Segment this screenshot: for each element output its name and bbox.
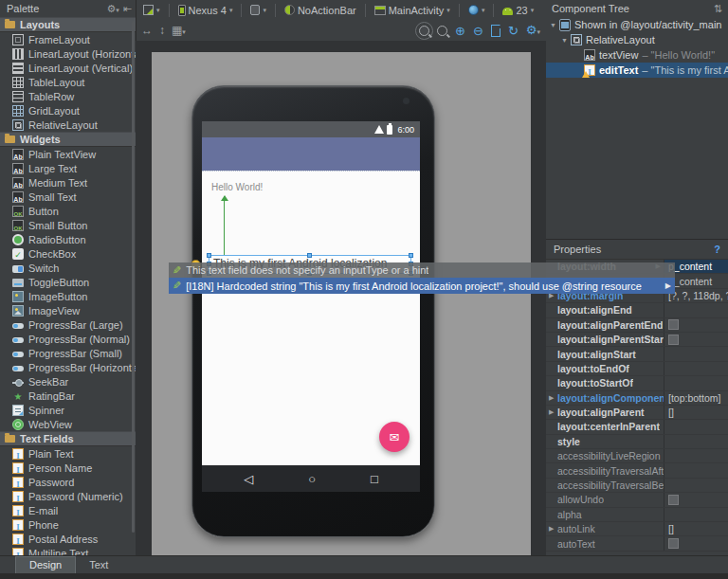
theme-selector-button[interactable]: NoActionBar (282, 4, 358, 17)
property-name-cell[interactable]: autoText (546, 536, 664, 550)
device-selector-button[interactable]: Nexus 4▾ (176, 4, 235, 17)
property-name-cell[interactable]: layout:centerInParent (546, 420, 664, 433)
fab-button[interactable]: ✉ (379, 422, 410, 452)
chevron-down-icon[interactable]: ▼ (561, 37, 571, 44)
property-value-cell[interactable] (664, 333, 728, 346)
property-name-cell[interactable]: layout:alignParentEnd (546, 318, 664, 332)
property-row[interactable]: autoText (546, 536, 728, 551)
property-row[interactable]: layout:alignParent [] (546, 406, 728, 420)
property-value-cell[interactable]: [] (664, 522, 728, 535)
zoom-in-icon[interactable]: ⊕ (455, 25, 465, 37)
checkbox[interactable] (668, 335, 679, 345)
api-selector-button[interactable]: 23▾ (500, 4, 536, 17)
tree-item[interactable]: ▼ textView – "Hello World!" (546, 47, 728, 63)
property-value-cell[interactable] (664, 449, 728, 462)
textview-widget[interactable]: Hello World! (211, 182, 263, 192)
property-name-cell[interactable]: layout:alignParent (546, 406, 664, 419)
expand-horizontal-icon[interactable]: ↔ (141, 24, 153, 37)
palette-item[interactable]: ProgressBar (Horizonta (0, 360, 136, 374)
palette-item[interactable]: ImageView (0, 303, 136, 317)
expand-collapse-icon[interactable]: ⇅ (714, 3, 722, 15)
palette-item[interactable]: CheckBox (0, 246, 136, 261)
expand-vertical-icon[interactable]: ↕ (159, 24, 165, 37)
refresh-icon[interactable]: ↻ (508, 25, 519, 37)
design-canvas[interactable]: 6:00 Hello World! This is my first Andro… (136, 41, 546, 555)
checkbox[interactable] (668, 495, 679, 505)
tree-item[interactable]: ▼ Shown in @layout/activity_main (546, 17, 728, 32)
property-name-cell[interactable]: style (546, 435, 664, 448)
palette-item[interactable]: ImageButton (0, 289, 136, 303)
palette-item[interactable]: Medium Text (0, 175, 136, 190)
property-name-cell[interactable]: layout:alignParentStart (546, 333, 664, 346)
palette-item[interactable]: Multiline Text (0, 546, 136, 555)
property-row[interactable]: accessibilityTraversalAfter (546, 463, 728, 478)
palette-item[interactable]: Small Button (0, 218, 136, 232)
resize-handle[interactable] (207, 253, 211, 258)
property-value-cell[interactable] (664, 303, 728, 317)
palette-item[interactable]: Plain Text (0, 446, 136, 461)
property-row[interactable]: layout:toEndOf (546, 362, 728, 376)
lint-i18n-row-selected[interactable]: ✎ [I18N] Hardcoded string "This is my fi… (169, 278, 675, 294)
lint-warning-row[interactable]: ✎ This text field does not specify an in… (169, 262, 675, 278)
activity-selector-button[interactable]: MainActivity▾ (373, 4, 452, 17)
palette-item[interactable]: Large Text (0, 161, 136, 175)
property-value-cell[interactable]: [top:bottom] (664, 391, 728, 405)
property-name-cell[interactable]: layout:alignComponent (546, 391, 664, 405)
palette-item[interactable]: ProgressBar (Normal) (0, 332, 136, 346)
property-name-cell[interactable]: layout:toStartOf (546, 376, 664, 389)
palette-item[interactable]: Postal Address (0, 532, 136, 546)
palette-item[interactable]: GridLayout (0, 103, 136, 118)
property-value-cell[interactable] (664, 536, 728, 550)
palette-item[interactable]: Small Text (0, 190, 136, 204)
property-name-cell[interactable]: layout:alignEnd (546, 303, 664, 317)
property-row[interactable]: autoLink [] (546, 522, 728, 536)
hide-panel-icon[interactable]: ⇤ (123, 3, 132, 15)
property-value-cell[interactable]: [] (664, 406, 728, 419)
preview-file-icon[interactable] (491, 25, 500, 37)
palette-item[interactable]: TableRow (0, 89, 136, 103)
property-value-cell[interactable] (664, 347, 728, 360)
palette-section-header[interactable]: Widgets (0, 132, 136, 147)
tree-item[interactable]: ▼ editText – "This is my first A (546, 63, 728, 78)
property-row[interactable]: layout:alignStart (546, 347, 728, 361)
palette-item[interactable]: Phone (0, 517, 136, 532)
gear-icon[interactable]: ⚙▾ (106, 3, 118, 15)
property-name-cell[interactable]: allowUndo (546, 493, 664, 506)
property-name-cell[interactable]: alpha (546, 508, 664, 521)
palette-item[interactable]: WebView (0, 417, 136, 431)
property-name-cell[interactable]: autoLink (546, 522, 664, 535)
property-row[interactable]: allowUndo (546, 493, 728, 507)
checkbox[interactable] (668, 319, 679, 330)
palette-item[interactable]: Password (Numeric) (0, 489, 136, 503)
property-value-cell[interactable] (664, 362, 728, 375)
zoom-actual-size-icon[interactable] (437, 26, 447, 36)
property-name-cell[interactable]: accessibilityLiveRegion (546, 449, 664, 462)
resize-handle[interactable] (307, 253, 312, 258)
layout-content[interactable]: Hello World! This is my first Android lo… (202, 171, 420, 465)
help-icon[interactable]: ? (714, 244, 720, 255)
palette-item[interactable]: RadioButton (0, 232, 136, 246)
palette-item[interactable]: Person Name (0, 461, 136, 475)
property-value-cell[interactable] (664, 435, 728, 448)
palette-item[interactable]: SeekBar (0, 374, 136, 389)
palette-item[interactable]: Plain TextView (0, 147, 136, 161)
zoom-to-fit-icon[interactable] (419, 26, 429, 36)
chevron-down-icon[interactable]: ▼ (550, 22, 559, 28)
palette-scrollbar[interactable] (132, 21, 135, 533)
palette-item[interactable]: FrameLayout (0, 32, 136, 46)
editor-tab[interactable]: Text (76, 557, 121, 573)
property-value-cell[interactable] (664, 463, 728, 477)
palette-item[interactable]: Button (0, 204, 136, 218)
checkbox[interactable] (668, 538, 679, 549)
property-value-cell[interactable] (664, 376, 728, 389)
zoom-out-icon[interactable]: ⊖ (473, 25, 483, 37)
property-row[interactable]: layout:alignComponent [top:bottom] (546, 391, 728, 406)
palette-item[interactable]: LinearLayout (Vertical) (0, 61, 136, 75)
palette-item[interactable]: LinearLayout (Horizonta (0, 46, 136, 61)
property-row[interactable]: layout:alignParentEnd (546, 318, 728, 333)
palette-item[interactable]: ProgressBar (Small) (0, 346, 136, 360)
tree-item[interactable]: ▼ RelativeLayout (546, 32, 728, 47)
property-row[interactable]: layout:alignEnd (546, 303, 728, 317)
resize-handle[interactable] (409, 253, 413, 258)
palette-item[interactable]: E-mail (0, 503, 136, 517)
